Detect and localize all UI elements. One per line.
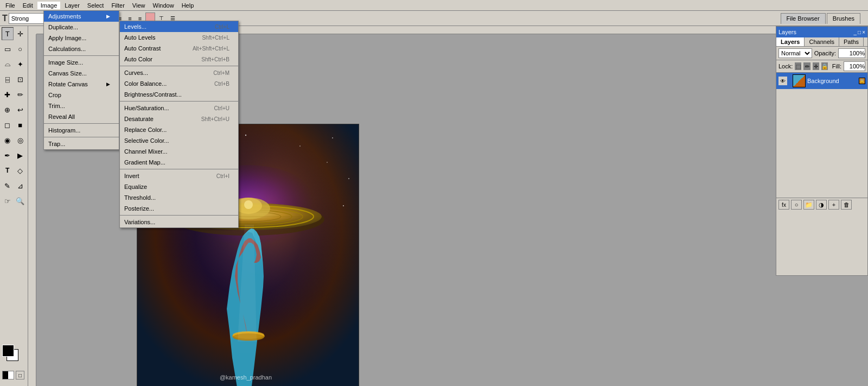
tool-clone[interactable]: ⊕ [2,103,14,116]
tool-crop[interactable]: ⌸ [2,73,14,86]
submenu-desaturate[interactable]: Desaturate Shft+Ctrl+U [120,113,238,124]
menu-apply-image[interactable]: Apply Image... [44,33,119,43]
svg-text:@kamesh_pradhan: @kamesh_pradhan [220,374,272,381]
submenu-posterize[interactable]: Posterize... [120,203,238,214]
layers-panel-close[interactable]: × [862,29,865,35]
submenu-threshold[interactable]: Threshold... [120,192,238,203]
tool-zoom[interactable]: 🔍 [15,194,27,207]
tool-lasso[interactable]: ⌓ [2,58,14,71]
tool-history-brush[interactable]: ↩ [15,103,27,116]
layer-thumbnail [793,74,806,87]
tool-shape[interactable]: ◇ [15,164,27,177]
submenu-auto-color[interactable]: Auto Color Shft+Ctrl+B [120,54,238,65]
menu-adjustments[interactable]: Adjustments [44,11,119,22]
tool-pen[interactable]: ✒ [2,149,14,162]
tool-slice[interactable]: ⊡ [15,73,27,86]
tool-dodge[interactable]: ◎ [15,134,27,147]
tool-magic-wand[interactable]: ✦ [15,58,27,71]
quick-mask-btn[interactable] [2,371,14,379]
tool-marquee-rect[interactable]: ▭ [2,42,14,55]
layers-panel-minimize[interactable]: _ [854,29,857,35]
menu-canvas-size[interactable]: Canvas Size... [44,68,119,79]
layer-visibility-toggle[interactable]: 👁 [778,77,787,85]
menu-help[interactable]: Help [178,2,197,9]
menu-view[interactable]: View [129,2,149,9]
tool-move[interactable]: ✛ [15,27,27,40]
adjustments-submenu: Levels... Ctrl+L Auto Levels Shft+Ctrl+L… [119,21,239,228]
menu-edit[interactable]: Edit [20,2,36,9]
layers-panel-maximize[interactable]: □ [858,29,861,35]
menu-trap[interactable]: Trap... [44,138,119,149]
svg-point-10 [327,162,328,163]
lock-all-btn[interactable]: 🔒 [821,62,828,70]
tab-brushes[interactable]: Brushes [827,13,860,24]
menu-rotate-canvas[interactable]: Rotate Canvas [44,79,119,90]
ruler-vertical [28,26,36,386]
submenu-variations[interactable]: Variations... [120,217,238,227]
menu-histogram[interactable]: Histogram... [44,125,119,136]
fill-input[interactable] [844,61,865,71]
add-style-btn[interactable]: fx [778,200,789,210]
opacity-input[interactable] [838,48,865,58]
tab-file-browser[interactable]: File Browser [781,13,826,24]
submenu-replace-color[interactable]: Replace Color... [120,124,238,135]
lock-position-btn[interactable]: ✛ [813,62,819,70]
tool-text[interactable]: T [2,27,14,40]
submenu-levels[interactable]: Levels... Ctrl+L [120,21,238,32]
add-mask-btn[interactable]: ○ [791,200,802,210]
lock-transparent-btn[interactable]: ⬚ [795,62,801,70]
tool-eraser[interactable]: ◻ [2,118,14,131]
submenu-auto-levels[interactable]: Auto Levels Shft+Ctrl+L [120,32,238,43]
submenu-brightness-contrast[interactable]: Brightness/Contrast... [120,89,238,100]
menu-crop[interactable]: Crop [44,90,119,100]
menu-image[interactable]: Image [37,2,61,9]
new-layer-btn[interactable]: + [828,200,839,210]
tool-blur[interactable]: ◉ [2,134,14,147]
menu-reveal-all[interactable]: Reveal All [44,111,119,122]
foreground-color-swatch[interactable] [2,345,14,357]
menu-duplicate[interactable]: Duplicate... [44,22,119,33]
layer-background-row[interactable]: 👁 Background 🔒 [776,73,867,89]
tool-eyedropper[interactable]: ⊿ [15,179,27,192]
submenu-channel-mixer[interactable]: Channel Mixer... [120,146,238,157]
lock-image-btn[interactable]: ✏ [803,62,810,70]
menu-file[interactable]: File [2,2,18,9]
menu-trim[interactable]: Trim... [44,100,119,111]
blend-mode-select[interactable]: Normal [778,48,812,58]
layer-name: Background [807,78,839,84]
menu-calculations[interactable]: Calculations... [44,43,119,54]
submenu-auto-contrast[interactable]: Auto Contrast Alt+Shft+Ctrl+L [120,43,238,54]
tab-layers[interactable]: Layers [776,37,805,46]
sep-3 [44,137,119,137]
tool-notes[interactable]: ✎ [2,179,14,192]
submenu-invert[interactable]: Invert Ctrl+I [120,170,238,181]
tab-channels[interactable]: Channels [805,37,839,46]
menu-window[interactable]: Window [150,2,177,9]
tool-heal[interactable]: ✚ [2,88,14,101]
submenu-color-balance[interactable]: Color Balance... Ctrl+B [120,78,238,89]
panel-bottom-actions: fx ○ 📁 ◑ + 🗑 [776,198,867,211]
submenu-selective-color[interactable]: Selective Color... [120,135,238,146]
menu-filter[interactable]: Filter [108,2,127,9]
delete-layer-btn[interactable]: 🗑 [841,200,852,210]
menu-select[interactable]: Select [84,2,107,9]
tool-gradient[interactable]: ■ [15,118,27,131]
screen-mode-btn[interactable]: □ [16,371,24,379]
blend-mode-row: Normal Opacity: [776,47,867,60]
submenu-hue-saturation[interactable]: Hue/Saturation... Ctrl+U [120,103,238,113]
lock-row: Lock: ⬚ ✏ ✛ 🔒 Fill: [776,60,867,73]
menu-layer[interactable]: Layer [61,2,83,9]
new-group-btn[interactable]: 📁 [803,200,814,210]
submenu-gradient-map[interactable]: Gradient Map... [120,157,238,168]
submenu-curves[interactable]: Curves... Ctrl+M [120,67,238,78]
adjustment-layer-btn[interactable]: ◑ [816,200,827,210]
submenu-equalize[interactable]: Equalize [120,181,238,192]
tab-paths[interactable]: Paths [839,37,864,46]
tool-brush[interactable]: ✏ [15,88,27,101]
tool-type[interactable]: T [2,164,14,177]
menu-image-size[interactable]: Image Size... [44,57,119,68]
layer-lock-icon: 🔒 [859,78,865,84]
tool-path-select[interactable]: ▶ [15,149,27,162]
tool-hand[interactable]: ☞ [2,194,14,207]
tool-marquee-ellipse[interactable]: ○ [15,42,27,55]
